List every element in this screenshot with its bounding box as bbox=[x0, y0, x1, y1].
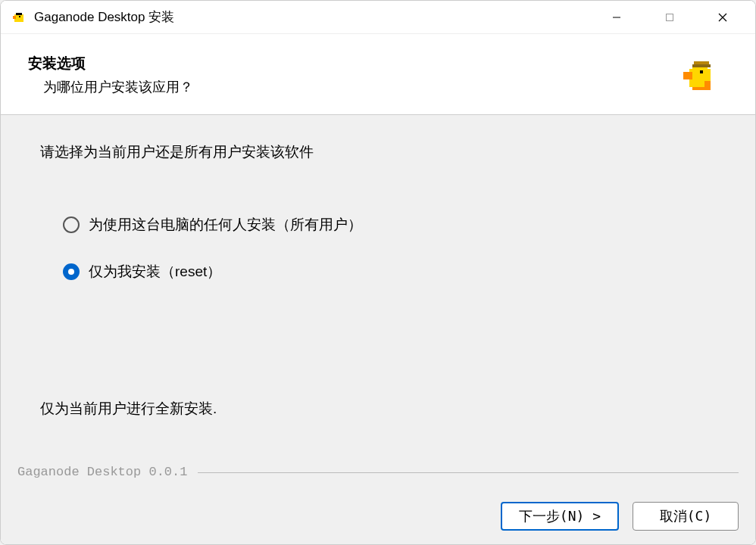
installer-window: Gaganode Desktop 安装 安装选项 为哪位用户安装该应用？ bbox=[0, 0, 756, 545]
duck-icon bbox=[679, 56, 717, 94]
svg-rect-14 bbox=[704, 81, 711, 87]
titlebar: Gaganode Desktop 安装 bbox=[1, 1, 755, 34]
radio-option-current-user[interactable]: 仅为我安装（reset） bbox=[63, 262, 716, 282]
radio-label: 为使用这台电脑的任何人安装（所有用户） bbox=[89, 215, 362, 235]
cancel-button[interactable]: 取消(C) bbox=[633, 502, 739, 531]
close-button[interactable] bbox=[696, 2, 749, 33]
svg-rect-1 bbox=[13, 16, 16, 19]
window-title: Gaganode Desktop 安装 bbox=[34, 8, 590, 26]
svg-rect-13 bbox=[692, 64, 711, 67]
radio-label: 仅为我安装（reset） bbox=[89, 262, 221, 282]
minimize-button[interactable] bbox=[590, 2, 643, 33]
maximize-button[interactable] bbox=[643, 2, 696, 33]
footer: 下一步(N) > 取消(C) bbox=[1, 491, 755, 544]
next-button[interactable]: 下一步(N) > bbox=[501, 502, 619, 531]
install-scope-radio-group: 为使用这台电脑的任何人安装（所有用户） 仅为我安装（reset） bbox=[40, 215, 716, 282]
header-title: 安装选项 bbox=[28, 54, 679, 73]
svg-rect-5 bbox=[667, 14, 673, 20]
svg-rect-10 bbox=[683, 72, 692, 79]
app-icon bbox=[11, 10, 27, 25]
svg-rect-15 bbox=[692, 87, 711, 90]
selection-description: 仅为当前用户进行全新安装. bbox=[40, 399, 217, 419]
divider-line bbox=[198, 472, 739, 473]
svg-rect-11 bbox=[700, 70, 703, 73]
main-content: 请选择为当前用户还是所有用户安装该软件 为使用这台电脑的任何人安装（所有用户） … bbox=[1, 115, 755, 491]
window-controls bbox=[590, 2, 749, 33]
svg-rect-3 bbox=[16, 13, 22, 15]
radio-option-all-users[interactable]: 为使用这台电脑的任何人安装（所有用户） bbox=[63, 215, 716, 235]
header-section: 安装选项 为哪位用户安装该应用？ bbox=[1, 34, 755, 115]
radio-indicator bbox=[63, 263, 80, 280]
header-text: 安装选项 为哪位用户安装该应用？ bbox=[28, 54, 679, 96]
header-subtitle: 为哪位用户安装该应用？ bbox=[28, 78, 679, 96]
svg-rect-2 bbox=[19, 16, 20, 17]
radio-indicator bbox=[63, 216, 80, 233]
instruction-text: 请选择为当前用户还是所有用户安装该软件 bbox=[40, 142, 716, 162]
version-label: Gaganode Desktop 0.0.1 bbox=[17, 465, 187, 479]
